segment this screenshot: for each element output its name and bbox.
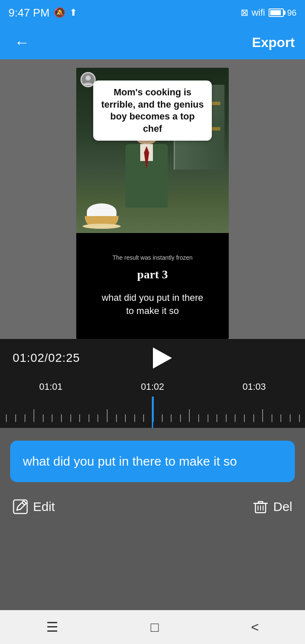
tick — [89, 414, 89, 422]
tick — [253, 414, 254, 422]
tick — [162, 414, 163, 422]
timeline-label-1: 01:01 — [39, 381, 62, 392]
character-body — [125, 144, 168, 208]
svg-point-1 — [86, 75, 91, 80]
tick — [79, 414, 80, 422]
play-button[interactable] — [148, 345, 173, 371]
video-scene: Mom's cooking is terrible, and the geniu… — [76, 68, 229, 233]
timeline-label-2: 01:02 — [141, 381, 164, 392]
time-display: 01:02/02:25 — [13, 351, 80, 365]
tick — [208, 414, 208, 422]
tick — [290, 414, 291, 422]
action-buttons: Edit Del — [0, 491, 305, 527]
tick — [15, 414, 16, 422]
tick-major — [189, 409, 190, 422]
timeline-labels: 01:01 01:02 01:03 — [0, 377, 305, 397]
food-item — [85, 208, 119, 229]
export-button[interactable]: Export — [252, 35, 295, 50]
top-nav: ← Export — [0, 25, 305, 59]
trash-icon — [253, 499, 268, 514]
nav-back-icon[interactable]: < — [251, 619, 259, 635]
tick — [216, 414, 217, 422]
status-right: ⊠ wifi 96 — [241, 7, 297, 18]
tick — [6, 414, 7, 422]
timeline-label-3: 01:03 — [242, 381, 266, 392]
tick — [52, 414, 53, 422]
tick — [299, 414, 300, 422]
tick — [280, 414, 281, 422]
nav-bar: ☰ □ < — [0, 610, 305, 644]
playback-controls: 01:02/02:25 — [0, 339, 305, 377]
delete-button[interactable]: Del — [253, 499, 292, 514]
video-bottom-section: The result was instantly frozen part 3 w… — [76, 233, 229, 339]
tick — [43, 414, 44, 422]
video-title-text: Mom's cooking is terrible, and the geniu… — [101, 87, 204, 134]
edit-label: Edit — [33, 500, 55, 514]
tick — [198, 414, 199, 422]
tick — [25, 414, 25, 422]
tick — [226, 414, 227, 422]
mute-icon: 🔕 — [54, 7, 65, 18]
tick-major — [107, 409, 108, 422]
tick — [134, 414, 135, 422]
caption-block: what did you put in there to make it so — [10, 441, 295, 482]
close-icon: ⊠ — [241, 7, 248, 18]
tick — [116, 414, 117, 422]
battery-icon — [269, 8, 284, 17]
tick-major — [262, 409, 263, 422]
tick — [235, 414, 236, 422]
wifi-icon: wifi — [252, 7, 265, 18]
tick — [272, 414, 272, 422]
subtitle-small: The result was instantly frozen — [112, 254, 192, 261]
back-button[interactable]: ← — [10, 29, 34, 56]
timeline[interactable]: 01:01 01:02 01:03 — [0, 377, 305, 428]
edit-icon — [13, 499, 28, 514]
video-frame: Mom's cooking is terrible, and the geniu… — [76, 68, 229, 339]
nav-home-icon[interactable]: □ — [150, 619, 158, 635]
playhead-extension — [152, 397, 153, 428]
status-bar: 9:47 PM 🔕 ⬆ ⊠ wifi 96 — [0, 0, 305, 25]
tick — [180, 414, 181, 422]
upload-icon: ⬆ — [69, 7, 77, 18]
status-left: 9:47 PM 🔕 ⬆ — [8, 6, 77, 19]
tick-major — [33, 409, 34, 422]
tick — [97, 414, 98, 422]
tick — [125, 414, 126, 422]
part-label: part 3 — [137, 268, 168, 281]
pie-plate — [83, 224, 121, 229]
tick — [244, 414, 245, 422]
tick — [171, 414, 172, 422]
video-preview-container: Mom's cooking is terrible, and the geniu… — [0, 59, 305, 339]
nav-menu-icon[interactable]: ☰ — [46, 619, 58, 635]
video-title-caption: Mom's cooking is terrible, and the geniu… — [93, 80, 212, 141]
tick — [61, 414, 62, 422]
delete-label: Del — [273, 500, 292, 514]
tick — [70, 414, 71, 422]
caption-block-container: what did you put in there to make it so — [0, 428, 305, 491]
tick — [143, 414, 144, 422]
play-triangle-icon — [153, 347, 172, 369]
battery-percent: 96 — [287, 8, 297, 18]
edit-button[interactable]: Edit — [13, 499, 55, 514]
status-time: 9:47 PM — [8, 6, 50, 19]
main-subtitle-video: what did you put in thereto make it so — [102, 291, 203, 318]
